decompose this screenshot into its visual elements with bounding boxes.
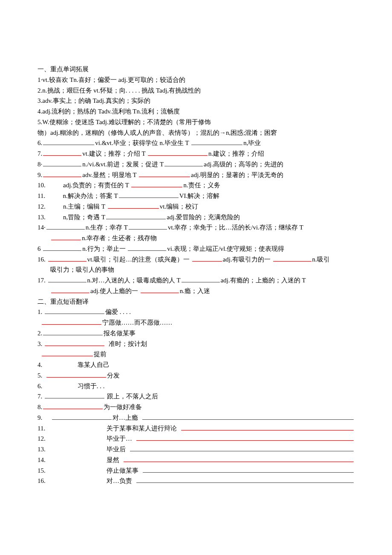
phrase-item: 5. 分发 (37, 370, 354, 381)
phrase-item: 7. 跟上，不落人之后 (37, 391, 354, 402)
document-page: 一、重点单词拓展 1·vt.较喜欢 Tn.喜好；偏爱一 adj.更可取的；较适合… (0, 0, 392, 555)
item: 4.adj.流利的；熟练的 Tadv.流利地 Tn.流利；流畅度 (37, 106, 354, 117)
item-blank: 7.vt.建议；推荐；介绍 T n.建议；推荐；介绍 (37, 148, 354, 159)
phrase-item: 4. 靠某人自己 (37, 360, 354, 370)
section1-heading: 一、重点单词拓展 (37, 64, 354, 75)
item-blank: 8·n./vi.&vt.前进；发展；促进 Tadj.高级的；高等的；先进的 (37, 159, 354, 170)
phrase-item-leader: 15. 停止做某事 (37, 465, 354, 476)
item: 物）adj.糊涂的，迷糊的（修饰人或人的声音、表情等）；混乱的→n,困惑;混淆；… (37, 128, 354, 138)
phrase-item-leader: 16. 对…负责 (37, 476, 354, 486)
item-blank-cont: 吸引力；吸引人的事物 (37, 264, 354, 275)
phrase-item: 3. 准时；按计划 (37, 339, 354, 349)
item-blank: 10. adj.负责的；有责任的 T n.责任；义务 (37, 180, 354, 191)
phrase-item: 8.为一做好准备 (37, 402, 354, 413)
item-blank-cont: adj.使人上瘾的一 n.瘾；入迷 (37, 286, 354, 296)
item-blank: 11. n.解决办法；答案 TVI.解决；溶解 (37, 191, 354, 201)
item: 3.adv.事实上；的确 Tadj.真实的；实际的 (37, 96, 354, 106)
phrase-item: 宁愿做……而不愿做…… (37, 317, 354, 328)
item-blank: 17. n.对…入迷的人；吸毒成瘾的人 Tadj.有瘾的；上瘾的；入迷的 T (37, 275, 354, 286)
phrase-item-leader: 11. 关于某事和某人进行辩论 (37, 423, 354, 434)
phrase-item: 2.报名做某事 (37, 328, 354, 339)
phrase-item: 1. 偏爱 . . . . (37, 307, 354, 317)
item-blank: 14·n.生存；幸存 Tvt.幸存；幸免于；比…活的长/vi.存活；继续存 T (37, 222, 354, 233)
item-blank: 12. n.主编；编辑 T vt.编辑；校订 (37, 201, 354, 212)
item-blank-cont: n.幸存者；生还者；残存物 (37, 233, 354, 244)
phrase-item: 6. 习惯于. . . (37, 381, 354, 392)
item-blank: 6.vi.&vt.毕业；获得学位 n.毕业生 T n,毕业 (37, 138, 354, 148)
item-blank: 16. vt.吸引；引起…的注意（或兴趣）一 adj.有吸引力的一 n.吸引 (37, 254, 354, 265)
item: 5.W.使糊涂；使迷惑 Tadj.难以理解的；不清楚的（常用于修饰 (37, 117, 354, 128)
phrase-item: 提前 (37, 349, 354, 360)
item-blank: 9.adv.显然；明显地 T adj.明显的；显著的；平淡无奇的 (37, 170, 354, 180)
item-blank: 13. n,冒险；奇遇 Tadj.爱冒险的；充满危险的 (37, 212, 354, 223)
phrase-item-leader: 12. 毕业于… (37, 433, 354, 444)
item: 2.n.挑战；艰巨任务 vt.怀疑；向. . . . . 挑战 Tadj,有挑战… (37, 85, 354, 96)
item: 1·vt.较喜欢 Tn.喜好；偏爱一 adj.更可取的；较适合的 (37, 75, 354, 85)
section2-heading: 二、重点短语翻译 (37, 296, 354, 307)
item-blank: 6 n.行为；举止一 vi.表现；举止端正/vl.使守规矩；使表现得 (37, 244, 354, 254)
phrase-item-leader: 14. 显然 (37, 455, 354, 465)
phrase-item-leader: 9. 对…上瘾 (37, 413, 354, 423)
phrase-item-leader: 13. 毕业后 (37, 444, 354, 455)
